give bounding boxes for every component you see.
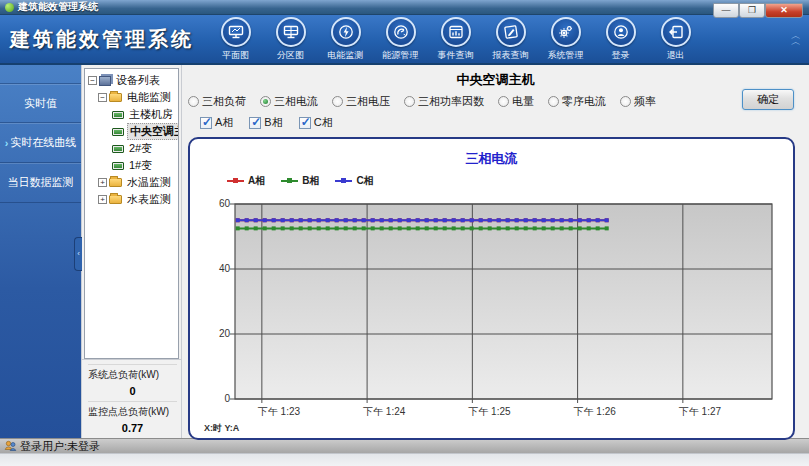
toolbar-item-energy-mgmt[interactable]: 能源管理 [373, 17, 428, 62]
device-tree: − 设备列表 − 电能监测 主楼机房 中央空调主机 [84, 68, 179, 359]
checkbox-icon [200, 117, 212, 129]
sidebar-item-realtime-value[interactable]: 实时值 [0, 83, 81, 123]
legend-swatch-icon [281, 180, 298, 182]
radio-energy[interactable]: 电量 [498, 94, 534, 109]
radio-frequency[interactable]: 频率 [620, 94, 656, 109]
toolbar-item-zoneview[interactable]: 分区图 [263, 17, 318, 62]
legend-swatch-icon [335, 180, 352, 182]
tree-leaf-main-room[interactable]: 主楼机房 [112, 106, 178, 123]
toolbar-item-login[interactable]: 登录 [593, 17, 648, 62]
minimize-button[interactable]: — [713, 3, 739, 18]
y-tick-label: 60 [190, 198, 230, 209]
device-icon [112, 162, 124, 170]
device-icon [112, 145, 124, 153]
page-title: 中央空调主机 [182, 65, 809, 89]
app-window: 建筑能效管理系统 — ❐ ✕ 建筑能效管理系统 平面图 分区图 [0, 0, 809, 466]
x-tick-label: 下午 1:26 [574, 405, 616, 419]
system-load-value: 0 [88, 382, 177, 401]
x-tick-label: 下午 1:24 [363, 405, 405, 419]
radio-zero-seq-current[interactable]: 零序电流 [548, 94, 606, 109]
checkbox-phase-b[interactable]: B相 [249, 115, 282, 130]
radio-icon [260, 96, 271, 107]
folder-icon [109, 93, 122, 102]
toolbar: 平面图 分区图 电能监测 能源管理 [208, 17, 703, 62]
radio-icon [404, 96, 415, 107]
chevron-up-icon[interactable]: ︿︿ [791, 33, 801, 45]
device-list-icon [99, 76, 111, 86]
toolbar-item-power-monitor[interactable]: 电能监测 [318, 17, 373, 62]
sidebar: 实时值 › 实时在线曲线 当日数据监测 ‹ [0, 65, 82, 438]
phase-checkbox-group: A相 B相 C相 [200, 115, 809, 130]
radio-icon [188, 96, 199, 107]
close-button[interactable]: ✕ [765, 3, 803, 18]
radio-icon [498, 96, 509, 107]
chart-panel: 三相电流 A相B相C相 0204060下午 1:23下午 1:24下午 1:25… [188, 137, 795, 440]
toolbar-item-report-query[interactable]: 报表查询 [483, 17, 538, 62]
tree-leaf-transformer-1[interactable]: 1#变 [112, 157, 178, 174]
sidebar-item-realtime-curve[interactable]: › 实时在线曲线 [0, 123, 81, 163]
toolbar-item-system-mgmt[interactable]: 系统管理 [538, 17, 593, 62]
device-icon [112, 111, 124, 119]
tree-leaf-central-ac[interactable]: 中央空调主机 [112, 123, 178, 140]
radio-icon [548, 96, 559, 107]
system-load-label: 系统总负荷(kW) [88, 364, 177, 382]
gauge-icon [386, 17, 416, 47]
active-arrow-icon: › [5, 137, 9, 149]
tree-node-water-temp[interactable]: + 水温监测 [98, 174, 178, 191]
expand-icon[interactable]: + [98, 178, 107, 187]
y-tick-label: 40 [190, 263, 230, 274]
window-bottom-edge [0, 453, 809, 466]
legend-swatch-icon [227, 180, 244, 182]
user-status-icon [4, 440, 17, 452]
y-tick-label: 20 [190, 328, 230, 339]
load-stats-panel: 系统总负荷(kW) 0 监控点总负荷(kW) 0.77 [82, 359, 181, 438]
window-title: 建筑能效管理系统 [18, 0, 98, 14]
status-bar: 登录用户:未登录 [0, 438, 809, 453]
sidebar-collapse-handle[interactable]: ‹ [74, 237, 82, 271]
calendar-chart-icon [441, 17, 471, 47]
legend-item: C相 [335, 174, 373, 188]
measure-radio-group: 三相负荷 三相电流 三相电压 三相功率因数 电量 零序电流 频率 [188, 94, 809, 109]
toolbar-item-exit[interactable]: 退出 [648, 17, 703, 62]
sidebar-item-daily-data[interactable]: 当日数据监测 [0, 163, 81, 203]
axis-note: X:时 Y:A [204, 422, 239, 435]
tree-node-power-monitor[interactable]: − 电能监测 [98, 89, 178, 106]
expand-icon[interactable]: + [98, 195, 107, 204]
folder-icon [109, 178, 122, 187]
gears-icon [551, 17, 581, 47]
toolbar-item-planview[interactable]: 平面图 [208, 17, 263, 62]
checkbox-phase-c[interactable]: C相 [299, 115, 333, 130]
tree-root[interactable]: − 设备列表 [88, 72, 178, 89]
window-controls: — ❐ ✕ [713, 3, 803, 18]
radio-three-phase-voltage[interactable]: 三相电压 [332, 94, 390, 109]
checkbox-phase-a[interactable]: A相 [200, 115, 233, 130]
x-tick-label: 下午 1:25 [468, 405, 510, 419]
collapse-icon[interactable]: − [98, 93, 107, 102]
radio-three-phase-current[interactable]: 三相电流 [260, 94, 318, 109]
monitor-load-value: 0.77 [88, 419, 177, 438]
tree-leaf-transformer-2[interactable]: 2#变 [112, 140, 178, 157]
exit-icon [661, 17, 691, 47]
confirm-button[interactable]: 确定 [742, 89, 794, 110]
y-tick-label: 0 [190, 393, 230, 404]
radio-power-factor[interactable]: 三相功率因数 [404, 94, 484, 109]
restore-button[interactable]: ❐ [739, 3, 765, 18]
monitor-icon [221, 17, 251, 47]
toolbar-item-event-query[interactable]: 事件查询 [428, 17, 483, 62]
radio-three-phase-load[interactable]: 三相负荷 [188, 94, 246, 109]
title-bar: 建筑能效管理系统 [0, 0, 809, 15]
x-tick-label: 下午 1:23 [258, 405, 300, 419]
app-icon [5, 3, 14, 12]
collapse-icon[interactable]: − [88, 76, 97, 85]
report-icon [496, 17, 526, 47]
app-title: 建筑能效管理系统 [0, 26, 206, 53]
tree-node-water-meter[interactable]: + 水表监测 [98, 191, 178, 208]
radio-icon [620, 96, 631, 107]
checkbox-icon [249, 117, 261, 129]
lightning-icon [331, 17, 361, 47]
monitor-load-label: 监控点总负荷(kW) [88, 401, 177, 419]
chart-title: 三相电流 [190, 150, 793, 168]
chart-legend: A相B相C相 [227, 174, 374, 188]
x-tick-label: 下午 1:27 [679, 405, 721, 419]
checkbox-icon [299, 117, 311, 129]
